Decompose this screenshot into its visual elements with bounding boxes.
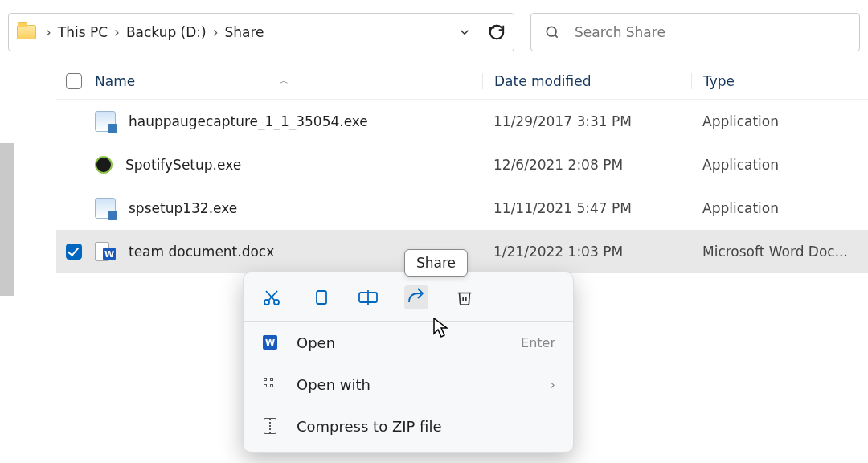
breadcrumb-this-pc[interactable]: This PC <box>58 24 108 40</box>
table-row[interactable]: spsetup132.exe 11/11/2021 5:47 PM Applic… <box>56 186 868 230</box>
delete-icon[interactable] <box>452 285 477 309</box>
search-icon <box>544 24 560 40</box>
share-tooltip: Share <box>404 249 468 277</box>
apps-grid-icon <box>264 378 276 391</box>
menu-open-with[interactable]: Open with › <box>244 363 573 405</box>
word-doc-icon: W <box>95 241 116 262</box>
cut-icon[interactable] <box>260 285 284 309</box>
column-type[interactable]: Type <box>691 73 868 89</box>
zip-icon <box>264 418 276 434</box>
search-box[interactable] <box>530 13 860 51</box>
rename-icon[interactable] <box>356 285 380 309</box>
word-icon: W <box>263 335 277 350</box>
folder-icon <box>17 25 36 39</box>
column-headers: Name︿ Date modified Type <box>56 63 868 100</box>
shortcut-hint: Enter <box>521 335 555 350</box>
svg-rect-6 <box>317 291 326 304</box>
menu-compress-zip[interactable]: Compress to ZIP file <box>244 405 573 447</box>
history-dropdown-icon[interactable] <box>457 25 472 39</box>
breadcrumb-drive[interactable]: Backup (D:) <box>126 24 207 40</box>
column-name[interactable]: Name︿ <box>92 73 482 89</box>
breadcrumb-sep: › <box>207 24 225 40</box>
copy-icon[interactable] <box>308 285 332 309</box>
exe-icon <box>95 198 116 219</box>
svg-point-0 <box>547 27 556 36</box>
spotify-icon <box>95 156 113 174</box>
sort-indicator-icon: ︿ <box>280 75 289 87</box>
table-row[interactable]: SpotifySetup.exe 12/6/2021 2:08 PM Appli… <box>56 143 868 186</box>
breadcrumb-sep: › <box>39 24 58 40</box>
row-checkbox[interactable] <box>66 244 82 260</box>
column-date[interactable]: Date modified <box>482 73 691 89</box>
select-all-checkbox[interactable] <box>66 73 82 89</box>
search-input[interactable] <box>573 23 846 41</box>
exe-icon <box>95 111 116 132</box>
address-bar[interactable]: › This PC › Backup (D:) › Share <box>8 13 514 51</box>
context-menu: W Open Enter Open with › Compress to ZIP… <box>243 272 574 453</box>
nav-scrollbar[interactable] <box>0 143 14 296</box>
refresh-icon[interactable] <box>488 23 506 41</box>
svg-point-2 <box>264 300 269 305</box>
chevron-right-icon: › <box>551 377 555 392</box>
share-icon[interactable] <box>404 285 428 309</box>
svg-line-1 <box>555 35 557 37</box>
breadcrumb-sep: › <box>108 24 126 40</box>
breadcrumb-folder[interactable]: Share <box>225 24 264 40</box>
svg-point-3 <box>274 300 279 305</box>
menu-open[interactable]: W Open Enter <box>244 322 573 363</box>
table-row[interactable]: hauppaugecapture_1_1_35054.exe 11/29/201… <box>56 100 868 143</box>
